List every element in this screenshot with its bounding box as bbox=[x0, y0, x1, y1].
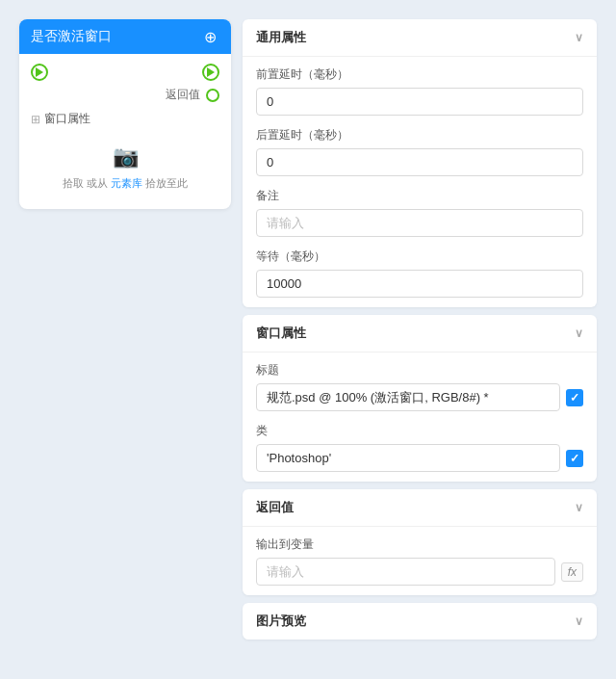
node-card: 是否激活窗口 ⊕ 返回值 ⊞ 窗口属性 📷 bbox=[19, 19, 231, 209]
section-window-props-body: 标题 类 bbox=[243, 353, 597, 482]
field-wait: 等待（毫秒） bbox=[256, 248, 583, 298]
svg-marker-0 bbox=[36, 67, 43, 77]
svg-marker-1 bbox=[207, 67, 215, 77]
node-props-toggle[interactable]: ⊞ 窗口属性 bbox=[31, 111, 219, 127]
window-title-input[interactable] bbox=[256, 383, 560, 411]
section-general: 通用属性 ∨ 前置延时（毫秒） 后置延时（毫秒） 备注 等待（毫秒） bbox=[243, 19, 597, 307]
right-panel: 通用属性 ∨ 前置延时（毫秒） 后置延时（毫秒） 备注 等待（毫秒） bbox=[243, 19, 597, 660]
node-return-row: 返回值 bbox=[31, 87, 219, 103]
section-general-title: 通用属性 bbox=[256, 29, 306, 46]
node-ports bbox=[31, 64, 219, 81]
left-panel: 是否激活窗口 ⊕ 返回值 ⊞ 窗口属性 📷 bbox=[19, 19, 231, 660]
note-input[interactable] bbox=[256, 209, 583, 237]
return-label: 返回值 bbox=[166, 87, 200, 103]
section-return-body: 输出到变量 fx bbox=[243, 527, 597, 595]
output-var-label: 输出到变量 bbox=[256, 536, 583, 553]
pre-delay-input[interactable] bbox=[256, 88, 583, 116]
camera-icon: 📷 bbox=[113, 144, 139, 170]
port-left[interactable] bbox=[31, 64, 48, 81]
section-window-props-title: 窗口属性 bbox=[256, 325, 306, 342]
section-image-preview-title: 图片预览 bbox=[256, 613, 306, 630]
window-class-input[interactable] bbox=[256, 444, 560, 472]
media-hint-text: 拾取 或从 元素库 拾放至此 bbox=[63, 177, 188, 189]
section-window-props-header[interactable]: 窗口属性 ∨ bbox=[243, 315, 597, 353]
fx-button[interactable]: fx bbox=[561, 562, 583, 582]
element-library-link[interactable]: 元素库 bbox=[111, 177, 142, 189]
node-header: 是否激活窗口 ⊕ bbox=[19, 19, 231, 54]
media-hint: 拾取 或从 元素库 拾放至此 bbox=[63, 175, 188, 192]
node-body: 返回值 ⊞ 窗口属性 📷 拾取 或从 元素库 拾放至此 bbox=[19, 54, 231, 209]
window-class-row bbox=[256, 444, 583, 472]
section-image-preview: 图片预览 ∨ bbox=[243, 603, 597, 640]
node-title: 是否激活窗口 bbox=[31, 28, 200, 45]
field-pre-delay: 前置延时（毫秒） bbox=[256, 66, 583, 116]
window-title-label: 标题 bbox=[256, 362, 583, 379]
field-post-delay: 后置延时（毫秒） bbox=[256, 127, 583, 176]
return-port[interactable] bbox=[206, 89, 219, 102]
node-add-icon[interactable]: ⊕ bbox=[200, 27, 219, 46]
window-class-label: 类 bbox=[256, 423, 583, 439]
wait-label: 等待（毫秒） bbox=[256, 248, 583, 265]
section-return-title: 返回值 bbox=[256, 499, 294, 516]
section-general-body: 前置延时（毫秒） 后置延时（毫秒） 备注 等待（毫秒） bbox=[243, 57, 597, 307]
field-output-var: 输出到变量 fx bbox=[256, 536, 583, 586]
node-media: 📷 拾取 或从 元素库 拾放至此 bbox=[31, 137, 219, 199]
section-general-chevron: ∨ bbox=[575, 31, 583, 44]
field-window-title: 标题 bbox=[256, 362, 583, 411]
window-class-checkbox[interactable] bbox=[566, 450, 583, 467]
section-general-header[interactable]: 通用属性 ∨ bbox=[243, 19, 597, 57]
section-window-props: 窗口属性 ∨ 标题 类 bbox=[243, 315, 597, 482]
output-var-row: fx bbox=[256, 558, 583, 586]
post-delay-label: 后置延时（毫秒） bbox=[256, 127, 583, 144]
wait-input[interactable] bbox=[256, 270, 583, 298]
post-delay-input[interactable] bbox=[256, 148, 583, 176]
section-window-props-chevron: ∨ bbox=[575, 326, 583, 340]
field-window-class: 类 bbox=[256, 423, 583, 472]
window-title-checkbox[interactable] bbox=[566, 389, 583, 406]
pre-delay-label: 前置延时（毫秒） bbox=[256, 66, 583, 83]
props-label: 窗口属性 bbox=[44, 111, 90, 127]
port-right[interactable] bbox=[202, 64, 219, 81]
section-image-preview-header[interactable]: 图片预览 ∨ bbox=[243, 603, 597, 640]
note-label: 备注 bbox=[256, 188, 583, 204]
section-return-chevron: ∨ bbox=[575, 501, 583, 514]
section-return-header[interactable]: 返回值 ∨ bbox=[243, 489, 597, 527]
props-expand-icon: ⊞ bbox=[31, 113, 40, 126]
section-image-preview-chevron: ∨ bbox=[575, 614, 583, 628]
section-return: 返回值 ∨ 输出到变量 fx bbox=[243, 489, 597, 595]
window-title-row bbox=[256, 383, 583, 411]
field-note: 备注 bbox=[256, 188, 583, 237]
output-var-input[interactable] bbox=[256, 558, 555, 586]
